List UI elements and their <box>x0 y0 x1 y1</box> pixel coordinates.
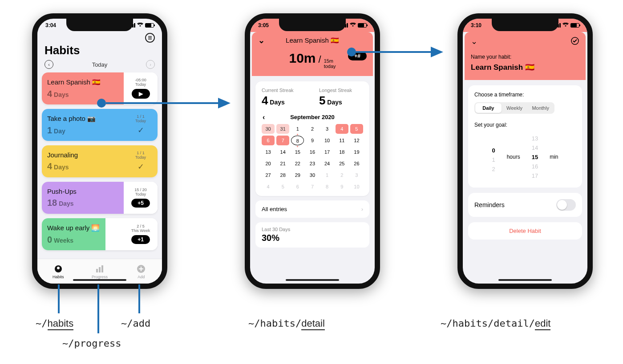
calendar-day[interactable]: 19 <box>350 147 363 157</box>
phone-habit-detail: 3:05 ⌄ Learn Spanish 🇪🇸 10m / 15mtoday +… <box>245 13 380 289</box>
minutes-wheel[interactable]: 1314 15 1617 <box>532 135 538 179</box>
add-icon <box>136 264 146 274</box>
name-label: Name your habit: <box>471 54 579 60</box>
streak-label: Longest Streak <box>319 88 363 93</box>
calendar-day[interactable]: 10 <box>321 136 334 145</box>
confirm-button[interactable] <box>570 36 579 48</box>
timeframe-segmented[interactable]: Daily Weekly Monthly <box>474 102 554 114</box>
dismiss-grabber-icon[interactable]: ⌄ <box>471 36 477 48</box>
calendar-day[interactable]: 2 <box>336 170 348 180</box>
habit-streak: 0 Weeks <box>47 235 100 245</box>
habit-card[interactable]: Learn Spanish 🇪🇸 4 Days -05:00Today ▶ <box>42 72 158 104</box>
habit-meta: -05:00Today <box>135 78 146 87</box>
calendar-day[interactable]: 18 <box>336 147 348 157</box>
habit-card[interactable]: Push-Ups 18 Days 15 / 20Today +5 <box>42 182 158 214</box>
calendar-day[interactable]: 30 <box>306 170 319 180</box>
calendar-day[interactable]: 7 <box>306 182 319 192</box>
calendar-day[interactable]: 21 <box>276 159 289 168</box>
calendar-day[interactable]: 8 <box>291 136 304 145</box>
calendar-day[interactable]: 24 <box>321 159 334 168</box>
calendar-day[interactable]: 5 <box>276 182 289 192</box>
delete-habit-button[interactable]: Delete Habit <box>468 222 582 240</box>
tab-add[interactable]: Add <box>121 259 162 284</box>
calendar-day[interactable]: 4 <box>262 182 275 192</box>
menu-icon[interactable] <box>145 33 155 43</box>
calendar-day[interactable]: 28 <box>276 170 289 180</box>
calendar-day[interactable]: 4 <box>336 124 348 134</box>
prev-month-button[interactable]: ‹ <box>263 113 265 121</box>
wifi-icon <box>137 22 143 28</box>
calendar-day[interactable]: 29 <box>291 170 304 180</box>
all-entries-row[interactable]: All entries › <box>255 200 369 218</box>
seg-monthly[interactable]: Monthly <box>527 103 554 113</box>
calendar-day[interactable]: 13 <box>262 147 275 157</box>
calendar-day[interactable]: 17 <box>321 147 334 157</box>
reminders-label: Reminders <box>474 201 505 208</box>
seg-weekly[interactable]: Weekly <box>502 103 528 113</box>
reminders-row[interactable]: Reminders <box>468 193 582 217</box>
calendar-day[interactable]: 9 <box>306 136 319 145</box>
streak-value: 5 Days <box>319 94 363 108</box>
calendar-day[interactable]: 1 <box>321 170 334 180</box>
habit-card[interactable]: Journaling 4 Days 1 / 1Today ✓ <box>42 145 158 177</box>
tab-label: Habits <box>53 275 64 279</box>
increment-button[interactable]: +1 <box>131 235 150 244</box>
check-icon[interactable]: ✓ <box>138 162 144 172</box>
calendar-day[interactable]: 31 <box>276 124 289 134</box>
battery-icon <box>145 23 154 28</box>
next-day-button[interactable]: › <box>146 60 155 69</box>
calendar-day[interactable]: 16 <box>306 147 319 157</box>
calendar-day[interactable]: 23 <box>306 159 319 168</box>
calendar-day[interactable]: 20 <box>262 159 275 168</box>
detail-header: ⌄ Learn Spanish 🇪🇸 10m / 15mtoday +# <box>252 32 373 76</box>
calendar-day[interactable]: 9 <box>336 182 348 192</box>
calendar-grid[interactable]: 3031123456789101112131415161718192021222… <box>262 124 363 192</box>
prev-day-button[interactable]: ‹ <box>44 60 53 69</box>
status-time: 3:10 <box>471 22 481 28</box>
nav-date-label: Today <box>92 61 108 68</box>
habit-meta: 1 / 1Today <box>135 115 146 124</box>
habit-title: Learn Spanish 🇪🇸 <box>47 78 118 86</box>
goal-picker[interactable]: 0 12 hours 1314 15 1617 min <box>474 132 576 181</box>
calendar-day[interactable]: 7 <box>276 136 289 145</box>
dismiss-grabber-icon[interactable]: ⌄ <box>258 36 265 45</box>
increment-button[interactable]: +5 <box>131 199 150 208</box>
play-button[interactable]: ▶ <box>132 89 150 99</box>
calendar-day[interactable]: 12 <box>350 136 363 145</box>
calendar-day[interactable]: 2 <box>306 124 319 134</box>
calendar-day[interactable]: 14 <box>276 147 289 157</box>
reminders-toggle[interactable] <box>556 199 576 211</box>
last-label: Last 30 Days <box>262 227 363 232</box>
calendar-day[interactable]: 25 <box>336 159 348 168</box>
calendar-day[interactable]: 6 <box>291 182 304 192</box>
calendar-day[interactable]: 3 <box>321 124 334 134</box>
calendar-day[interactable]: 22 <box>291 159 304 168</box>
calendar-day[interactable]: 3 <box>350 170 363 180</box>
habit-title: Wake up early 🌅 <box>47 224 100 232</box>
habit-card[interactable]: Take a photo 📷 1 Day 1 / 1Today ✓ <box>42 109 158 141</box>
route-habits: ~/habits <box>36 318 73 330</box>
svg-rect-5 <box>96 269 98 272</box>
calendar-day[interactable]: 10 <box>350 182 363 192</box>
calendar-day[interactable]: 27 <box>262 170 275 180</box>
calendar-day[interactable]: 6 <box>262 136 275 145</box>
calendar-day[interactable]: 5 <box>350 124 363 134</box>
habit-meta: 15 / 20Today <box>134 188 147 197</box>
calendar-day[interactable]: 15 <box>291 147 304 157</box>
last-value: 30% <box>262 233 363 243</box>
hours-wheel[interactable]: 0 12 <box>492 142 495 172</box>
calendar-day[interactable]: 8 <box>321 182 334 192</box>
habit-streak: 1 Day <box>47 125 118 136</box>
calendar-day[interactable]: 11 <box>336 136 348 145</box>
calendar-day[interactable]: 30 <box>262 124 275 134</box>
route-add: ~/add <box>121 318 150 329</box>
check-icon[interactable]: ✓ <box>138 125 144 135</box>
habit-card[interactable]: Wake up early 🌅 0 Weeks 2 / 5This Week +… <box>42 218 158 250</box>
calendar-day[interactable]: 26 <box>350 159 363 168</box>
add-entry-button[interactable]: +# <box>348 52 367 60</box>
name-input[interactable]: Learn Spanish 🇪🇸 <box>471 63 579 72</box>
calendar-month: September 2020 <box>290 114 335 120</box>
seg-daily[interactable]: Daily <box>475 103 502 113</box>
calendar-day[interactable]: 1 <box>291 124 304 134</box>
device-notch <box>492 19 558 31</box>
